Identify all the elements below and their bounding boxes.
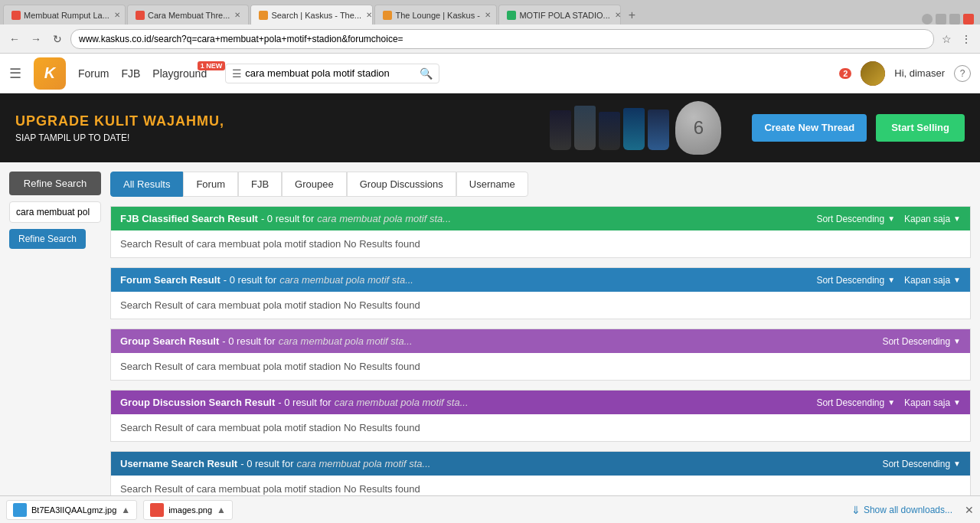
downloads-bar: Bt7EA3IIQAALgmz.jpg ▲ images.png ▲ ⇓ Sho…	[0, 495, 980, 523]
tab-label-4: The Lounge | Kaskus -	[395, 11, 479, 20]
nav-fjb[interactable]: FJB	[121, 67, 140, 80]
username-result-title: Username Search Result	[120, 458, 237, 469]
fjb-count-text: - 0 result for	[261, 213, 314, 224]
address-bar: ← → ↻ ☆ ⋮	[0, 25, 980, 54]
tab-close-3[interactable]: ✕	[366, 11, 372, 19]
forum-count-text: - 0 result for	[224, 274, 276, 286]
fjb-result-title: FJB Classified Search Result	[120, 213, 258, 224]
window-close-btn[interactable]	[963, 14, 974, 25]
refine-search-button[interactable]: Refine Search	[9, 172, 101, 195]
address-input[interactable]	[70, 29, 934, 49]
group-discussion-sort-controls: Sort Descending ▼ Kapan saja ▼	[816, 397, 961, 408]
banner-title: UPGRADE KULIT WAJAHMU,	[15, 113, 519, 129]
forward-button[interactable]: →	[28, 31, 44, 47]
group-discussion-sort-label: Sort Descending	[816, 397, 884, 408]
tab-groupee[interactable]: Groupee	[282, 172, 347, 197]
tab-label-1: Membuat Rumput La...	[24, 11, 109, 20]
group-result-title: Group Search Result	[120, 335, 219, 347]
browser-tab-5[interactable]: MOTIF POLA STADIO... ✕	[498, 5, 621, 25]
browser-menu-icon[interactable]: ⋮	[959, 31, 974, 47]
tab-close-5[interactable]: ✕	[615, 11, 621, 19]
username-result-query: cara membuat pola motif sta...	[297, 458, 431, 469]
forum-time-dropdown[interactable]: Kapan saja ▼	[904, 275, 961, 286]
group-discussion-time-dropdown[interactable]: Kapan saja ▼	[904, 397, 961, 408]
download-item-2[interactable]: images.png ▲	[143, 500, 233, 520]
tab-favicon-2	[136, 11, 145, 20]
tab-all-results[interactable]: All Results	[110, 172, 183, 197]
download-item-1[interactable]: Bt7EA3IIQAALgmz.jpg ▲	[6, 500, 137, 520]
group-discussion-time-arrow-icon: ▼	[953, 398, 961, 407]
fjb-result-body: Search Result of cara membuat pola motif…	[111, 230, 970, 257]
help-button[interactable]: ?	[954, 65, 971, 82]
tab-close-2[interactable]: ✕	[234, 11, 240, 19]
results-tabs: All Results Forum FJB Groupee Group Disc…	[110, 172, 971, 197]
tab-username[interactable]: Username	[456, 172, 528, 197]
bookmark-icon[interactable]: ☆	[939, 31, 954, 47]
notification-badge[interactable]: 2	[839, 68, 851, 79]
fjb-result-header: FJB Classified Search Result - 0 result …	[111, 207, 970, 230]
downloads-bar-close-button[interactable]: ✕	[965, 504, 974, 516]
username-sort-label: Sort Descending	[882, 459, 950, 469]
refine-submit-button[interactable]: Refine Search	[9, 229, 86, 249]
username-sort-controls: Sort Descending ▼	[882, 459, 961, 469]
show-all-downloads-link[interactable]: ⇓ Show all downloads...	[851, 504, 952, 516]
tab-close-4[interactable]: ✕	[485, 11, 491, 19]
main-content: Refine Search Refine Search All Results …	[0, 162, 980, 523]
tab-favicon-3	[259, 11, 268, 20]
username-sort-dropdown[interactable]: Sort Descending ▼	[882, 459, 961, 469]
banner-products: 6	[534, 101, 737, 155]
refine-search-input[interactable]	[9, 201, 101, 223]
download-filename-2: images.png	[168, 505, 212, 515]
group-sort-arrow-icon: ▼	[953, 337, 961, 345]
sidebar: Refine Search Refine Search	[9, 172, 101, 523]
avatar[interactable]	[861, 61, 885, 86]
group-result-header: Group Search Result - 0 result for cara …	[111, 329, 970, 353]
group-discussion-time-label: Kapan saja	[904, 397, 950, 408]
start-selling-button[interactable]: Start Selling	[876, 114, 965, 142]
site-logo[interactable]: K	[34, 57, 66, 90]
banner-text: UPGRADE KULIT WAJAHMU, SIAP TAMPIL UP TO…	[0, 106, 534, 151]
browser-tab-4[interactable]: The Lounge | Kaskus - ✕	[374, 5, 497, 25]
tab-favicon-1	[11, 11, 21, 20]
forum-result-query: cara membuat pola motif sta...	[279, 274, 413, 286]
tab-label-3: Search | Kaskus - The...	[271, 11, 361, 20]
forum-result-section: Forum Search Result - 0 result for cara …	[110, 267, 971, 319]
download-arrow-1: ▲	[121, 505, 130, 515]
forum-sort-dropdown[interactable]: Sort Descending ▼	[816, 275, 895, 286]
window-minimize-btn[interactable]	[936, 14, 946, 25]
group-sort-dropdown[interactable]: Sort Descending ▼	[882, 336, 961, 347]
download-arrow-2: ▲	[217, 505, 226, 515]
group-discussion-result-section: Group Discussion Search Result - 0 resul…	[110, 390, 971, 442]
tab-label-2: Cara Membuat Thre...	[148, 11, 230, 20]
group-discussion-sort-dropdown[interactable]: Sort Descending ▼	[816, 397, 895, 408]
browser-tab-3[interactable]: Search | Kaskus - The... ✕	[250, 5, 373, 25]
tab-fjb[interactable]: FJB	[238, 172, 282, 197]
group-result-section: Group Search Result - 0 result for cara …	[110, 329, 971, 381]
tab-group-discussions[interactable]: Group Discussions	[347, 172, 456, 197]
new-tab-button[interactable]: +	[622, 6, 641, 25]
browser-tab-2[interactable]: Cara Membuat Thre... ✕	[127, 5, 249, 25]
nav-forum[interactable]: Forum	[78, 67, 109, 80]
username-result-header: Username Search Result - 0 result for ca…	[111, 452, 970, 476]
reload-button[interactable]: ↻	[49, 31, 66, 47]
search-button[interactable]: 🔍	[420, 67, 433, 80]
banner-buttons: Create New Thread Start Selling	[737, 114, 980, 142]
fjb-sort-dropdown[interactable]: Sort Descending ▼	[816, 214, 895, 224]
hamburger-menu-icon[interactable]: ☰	[9, 65, 21, 82]
tab-close-1[interactable]: ✕	[114, 11, 120, 19]
forum-sort-arrow-icon: ▼	[887, 276, 895, 284]
browser-tab-1[interactable]: Membuat Rumput La... ✕	[3, 5, 126, 25]
forum-time-arrow-icon: ▼	[953, 276, 961, 284]
username-count-text: - 0 result for	[240, 458, 293, 469]
tab-forum[interactable]: Forum	[183, 172, 238, 197]
new-badge: 1 NEW	[198, 61, 226, 70]
back-button[interactable]: ←	[6, 31, 23, 47]
window-user-icon[interactable]	[922, 14, 933, 25]
fjb-time-dropdown[interactable]: Kapan saja ▼	[904, 214, 961, 224]
forum-sort-label: Sort Descending	[816, 275, 884, 286]
window-maximize-btn[interactable]	[949, 14, 960, 25]
search-input[interactable]	[245, 67, 420, 79]
site-search-wrapper: ☰ 🔍	[225, 64, 439, 83]
create-thread-button[interactable]: Create New Thread	[752, 114, 867, 142]
site-header: ☰ K Forum FJB Playground 1 NEW ☰ 🔍 2 Hi,…	[0, 54, 980, 93]
